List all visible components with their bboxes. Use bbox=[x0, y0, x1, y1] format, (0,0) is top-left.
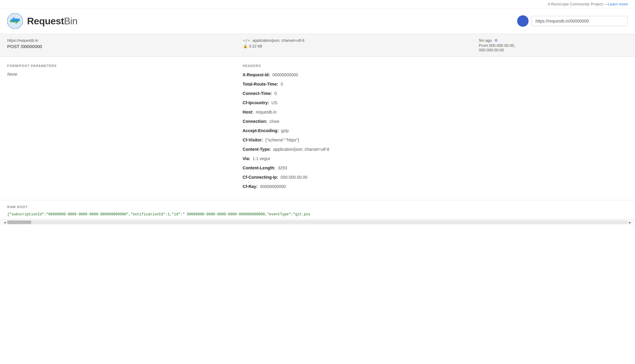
header-key: Via: bbox=[243, 156, 250, 161]
header: RequestBin bbox=[0, 8, 635, 34]
from-ip1: 000.000.00.00, bbox=[489, 43, 515, 48]
header-key: Accept-Encoding: bbox=[243, 128, 279, 133]
raw-body-title: RAW BODY bbox=[7, 205, 628, 209]
banner-from: From 000.000.00.00, 000.000.00.00 bbox=[479, 43, 628, 52]
left-panel: FORM/POST PARAMETERS None bbox=[7, 64, 231, 193]
logo-icon bbox=[7, 13, 23, 29]
from-ip2: 000.000.00.00 bbox=[479, 48, 504, 52]
header-row: Cf-Ray: 00000000000 bbox=[243, 184, 628, 190]
header-row: Cf-Connecting-Ip: 000.000.00.00 bbox=[243, 174, 628, 180]
raw-body-section: RAW BODY {"subscriptionId":"00000000-000… bbox=[0, 200, 635, 219]
scrollbar-thumb[interactable] bbox=[7, 220, 31, 224]
header-row: Content-Length: 3293 bbox=[243, 165, 628, 171]
header-value: application/json; charset=utf-8 bbox=[272, 147, 329, 152]
header-value: 0 bbox=[273, 91, 277, 96]
headers-section-title: HEADERS bbox=[243, 64, 628, 68]
header-row: Connection: close bbox=[243, 118, 628, 125]
header-row: Cf-Ipcountry: US bbox=[243, 100, 628, 106]
logo-area: RequestBin bbox=[7, 13, 78, 29]
logo-text: RequestBin bbox=[27, 16, 78, 27]
scroll-left-arrow[interactable]: ◀ bbox=[2, 221, 7, 224]
banner-method: POST /00000000 bbox=[7, 44, 243, 49]
header-key: Cf-Connecting-Ip: bbox=[243, 175, 278, 180]
header-key: Cf-Ipcountry: bbox=[243, 100, 269, 105]
header-key: Content-Type: bbox=[243, 147, 271, 152]
link-icon: ⚙ bbox=[494, 38, 498, 43]
main-content: FORM/POST PARAMETERS None HEADERS X-Requ… bbox=[0, 57, 635, 200]
method-path: /00000000 bbox=[21, 44, 42, 49]
scroll-right-arrow[interactable]: ▶ bbox=[628, 221, 633, 224]
header-row: Connect-Time: 0 bbox=[243, 90, 628, 97]
header-row: Total-Route-Time: 0 bbox=[243, 81, 628, 87]
top-bar: A Runscope Community Project — Learn mor… bbox=[0, 0, 635, 8]
time-ago-text: 5m ago bbox=[479, 38, 492, 43]
header-key: Cf-Visitor: bbox=[243, 138, 263, 142]
header-row: Cf-Visitor: {"scheme":"https"} bbox=[243, 137, 628, 143]
logo-bin: Bin bbox=[64, 16, 78, 26]
size-value: 3.22 kB bbox=[249, 44, 262, 48]
header-key: Connect-Time: bbox=[243, 91, 272, 96]
header-key: X-Request-Id: bbox=[243, 72, 270, 77]
header-value: requestb.in bbox=[255, 110, 277, 114]
from-label: From bbox=[479, 43, 488, 48]
header-value: 3293 bbox=[277, 165, 287, 170]
banner-col-time: 5m ago ⚙ From 000.000.00.00, 000.000.00.… bbox=[479, 38, 628, 52]
form-post-section-title: FORM/POST PARAMETERS bbox=[7, 64, 231, 68]
header-key: Total-Route-Time: bbox=[243, 82, 278, 86]
header-key: Cf-Ray: bbox=[243, 184, 258, 189]
community-text: A Runscope Community Project — bbox=[548, 2, 608, 6]
banner-col-content: </> application/json; charset=utf-8 🔒 3.… bbox=[243, 38, 479, 48]
logo-request: Request bbox=[27, 16, 64, 26]
scrollbar-area: ◀ ▶ bbox=[0, 219, 635, 225]
header-value: gzip bbox=[280, 128, 289, 133]
header-value: 00000000000 bbox=[259, 184, 286, 189]
header-value: 0 bbox=[280, 82, 283, 86]
header-value: US bbox=[270, 100, 277, 105]
method-label: POST bbox=[7, 44, 20, 49]
header-row: Content-Type: application/json; charset=… bbox=[243, 146, 628, 153]
header-row: Accept-Encoding: gzip bbox=[243, 128, 628, 134]
header-value: 1.1 vegur bbox=[251, 156, 270, 161]
header-row: Host: requestb.in bbox=[243, 109, 628, 115]
raw-body-content: {"subscriptionId":"00000000-0000-0000-00… bbox=[7, 212, 628, 219]
header-value: close bbox=[268, 119, 280, 124]
banner-time: 5m ago ⚙ bbox=[479, 38, 628, 43]
code-icon: </> bbox=[243, 38, 250, 43]
learn-more-link[interactable]: Learn more bbox=[608, 2, 628, 6]
header-key: Host: bbox=[243, 110, 253, 114]
content-type-value: application/json; charset=utf-8 bbox=[252, 38, 304, 43]
scrollbar-track[interactable] bbox=[7, 220, 628, 224]
banner-url: https://requestb.in bbox=[7, 38, 243, 43]
banner-content-type: </> application/json; charset=utf-8 bbox=[243, 38, 479, 43]
header-right bbox=[517, 15, 628, 27]
lock-icon: 🔒 bbox=[243, 44, 248, 48]
header-key: Content-Length: bbox=[243, 165, 275, 170]
right-panel: HEADERS X-Request-Id: 00000000000Total-R… bbox=[243, 64, 628, 193]
banner-col-request: https://requestb.in POST /00000000 bbox=[7, 38, 243, 49]
header-value: {"scheme":"https"} bbox=[264, 138, 299, 142]
headers-list: X-Request-Id: 00000000000Total-Route-Tim… bbox=[243, 72, 628, 190]
header-value: 00000000000 bbox=[271, 72, 298, 77]
url-circle-indicator bbox=[517, 15, 529, 27]
url-input[interactable] bbox=[532, 16, 628, 26]
banner-size: 🔒 3.22 kB bbox=[243, 44, 479, 48]
header-value: 000.000.00.00 bbox=[279, 175, 307, 180]
request-banner: https://requestb.in POST /00000000 </> a… bbox=[0, 34, 635, 57]
header-row: X-Request-Id: 00000000000 bbox=[243, 72, 628, 78]
form-post-value: None bbox=[7, 72, 231, 77]
header-key: Connection: bbox=[243, 119, 267, 124]
header-row: Via: 1.1 vegur bbox=[243, 156, 628, 162]
